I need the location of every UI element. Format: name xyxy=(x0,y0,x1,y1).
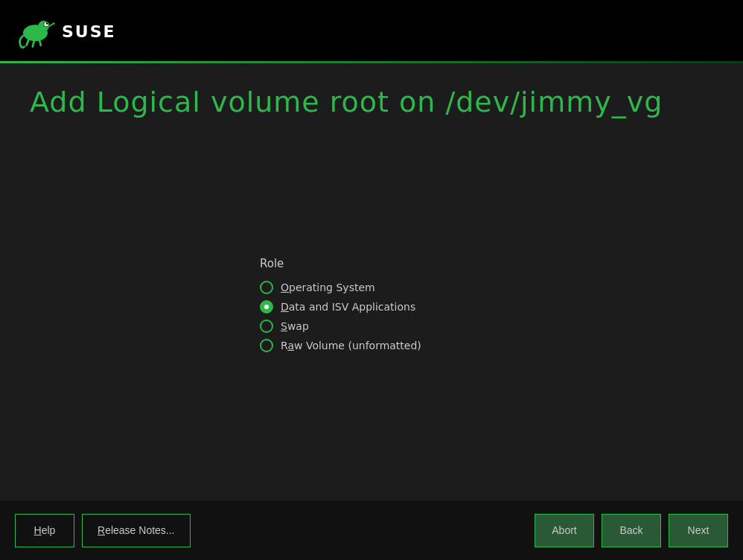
radio-option-swap[interactable]: Swap xyxy=(260,318,483,334)
suse-logo-text: SUSE xyxy=(62,22,116,41)
svg-point-3 xyxy=(46,22,48,25)
suse-chameleon-icon xyxy=(15,11,56,52)
radio-circle-data-isv xyxy=(260,300,273,314)
release-notes-button[interactable]: Release Notes... xyxy=(82,514,191,547)
bottombar: Help Release Notes... Abort Back Next xyxy=(0,500,743,560)
svg-line-5 xyxy=(33,41,34,46)
radio-label-swap: Swap xyxy=(281,320,309,332)
main-content: Add Logical volume root on /dev/jimmy_vg… xyxy=(0,63,743,500)
suse-logo: SUSE xyxy=(15,11,116,52)
radio-circle-swap xyxy=(260,319,273,333)
back-button[interactable]: Back xyxy=(602,514,661,547)
abort-button[interactable]: Abort xyxy=(535,514,594,547)
radio-label-operating-system: Operating System xyxy=(281,281,375,293)
next-button[interactable]: Next xyxy=(669,514,728,547)
radio-option-operating-system[interactable]: Operating System xyxy=(260,279,483,296)
svg-line-6 xyxy=(39,40,41,45)
topbar: SUSE xyxy=(0,0,743,63)
radio-circle-raw-volume xyxy=(260,339,273,352)
page-title: Add Logical volume root on /dev/jimmy_vg xyxy=(30,86,713,118)
radio-option-raw-volume[interactable]: Raw Volume (unformatted) xyxy=(260,337,483,354)
radio-label-data-isv: Data and ISV Applications xyxy=(281,301,415,313)
svg-point-1 xyxy=(38,21,49,32)
radio-circle-operating-system xyxy=(260,281,273,294)
bottom-right-buttons: Abort Back Next xyxy=(535,514,728,547)
help-button[interactable]: Help xyxy=(15,514,74,547)
radio-option-data-isv[interactable]: Data and ISV Applications xyxy=(260,299,483,315)
role-label: Role xyxy=(260,257,483,270)
role-section: Role Operating System Data and ISV Appli… xyxy=(260,257,483,354)
svg-point-9 xyxy=(53,22,55,25)
svg-line-4 xyxy=(27,40,29,45)
radio-label-raw-volume: Raw Volume (unformatted) xyxy=(281,340,421,351)
